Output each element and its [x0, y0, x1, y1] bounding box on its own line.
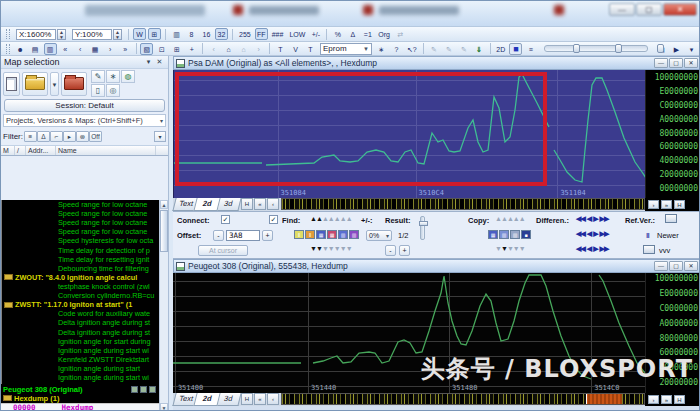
nav-button[interactable]: ‹	[267, 393, 279, 405]
show-text-button[interactable]: T	[274, 43, 287, 55]
map-list-item[interactable]: Speed range for low octane	[2, 200, 160, 209]
first-window-button[interactable]: «	[59, 43, 72, 55]
filter-diff-button[interactable]: Δ	[37, 131, 50, 142]
create-map-3-button[interactable]: ✎	[458, 43, 471, 55]
hexdump-entry-row[interactable]: 00000 Hexdump	[1, 403, 160, 411]
find-down-arrow-button[interactable]: ▼	[346, 245, 352, 252]
zoom-x-spinner[interactable]: ▲▼	[57, 29, 66, 40]
map-list-item[interactable]: Ignition angle during start wi	[2, 373, 160, 382]
note-icon[interactable]: ▯	[91, 84, 105, 97]
view-2d-dropdown[interactable]: 2D ▾	[494, 43, 507, 55]
maximize-button[interactable]: ▢	[636, 3, 662, 16]
help-button[interactable]: ?	[390, 43, 403, 55]
map-list-item[interactable]: Code word for auxiliary wate	[2, 309, 160, 318]
minimize-button[interactable]: —	[609, 3, 635, 16]
map-list-item[interactable]: Delta ignition angle during st	[2, 328, 160, 337]
difference-button[interactable]: Δ	[346, 28, 359, 40]
chart1-overview-strip[interactable]	[281, 198, 645, 210]
last-window-button[interactable]: »	[119, 43, 132, 55]
map-list-item[interactable]: Kennfeld ZWSTT Direktstart	[2, 355, 160, 364]
offset-decrease-button[interactable]: -	[213, 230, 224, 241]
hex-view-button[interactable]: FF	[255, 28, 268, 40]
ref-version-icon[interactable]	[665, 214, 677, 223]
nav-button[interactable]: H	[674, 200, 685, 209]
text-display-button[interactable]: ###	[270, 28, 286, 40]
globe-icon[interactable]: ◍	[121, 70, 135, 83]
previous-difference-button[interactable]: ‹	[207, 43, 220, 55]
text-mode-dropdown[interactable]: T ▾	[304, 43, 317, 55]
pane-menu-button[interactable]: ▾	[143, 57, 154, 67]
diff-nav-button[interactable]: ◀	[587, 215, 591, 223]
line-options-dropdown[interactable]: ≡ ▾	[524, 43, 537, 55]
scroll-right-button[interactable]: ▶	[670, 43, 683, 55]
map-list-scrollbar[interactable]: ▲ ▼	[159, 200, 168, 411]
preview-window-button[interactable]: ▧	[140, 43, 153, 55]
map-list-item[interactable]: Speed range for low octane	[2, 227, 160, 236]
copy-up-arrow-button[interactable]: ▲	[519, 215, 525, 222]
width-16bit-button[interactable]: 16	[200, 28, 213, 40]
zoom-y-field[interactable]: Y:100%	[72, 29, 112, 40]
pause-icon[interactable]: ‖	[646, 231, 650, 240]
grid-window-button[interactable]: ⊞	[170, 43, 183, 55]
find-mode-button[interactable]: ‖	[294, 230, 304, 239]
zoom-y-spinner[interactable]: ▲▼	[113, 29, 122, 40]
diff-nav-button[interactable]: ▶▶	[600, 245, 609, 253]
map-list-item[interactable]: Time delay for resetting ignit	[2, 255, 160, 264]
diff-nav-button[interactable]: ▶	[593, 230, 597, 238]
column-header-cell[interactable]: /	[15, 146, 26, 155]
edit-icon[interactable]: ✎	[91, 70, 105, 83]
low-high-byte-button[interactable]: LOW	[287, 28, 307, 40]
zoom-selection-button[interactable]: ⊡	[155, 43, 168, 55]
import-maps-button[interactable]: ⇓	[473, 43, 486, 55]
percent-dropdown[interactable]: 0% ▾	[366, 230, 392, 241]
nav-button[interactable]: ›	[648, 395, 659, 404]
maximize-button[interactable]: ▢	[669, 58, 683, 68]
map-list-item[interactable]: Ignition angle for start during	[2, 337, 160, 346]
copy-mode-button[interactable]: ▦	[488, 230, 498, 239]
next-window-button[interactable]: ›	[104, 43, 117, 55]
more-options-dropdown[interactable]: ▾	[685, 43, 698, 55]
slider-handle[interactable]	[573, 44, 580, 53]
offset-increase-button[interactable]: +	[262, 230, 273, 241]
map-list-item[interactable]: ZWSTT: "1.17.0 Igniton at start" (1	[2, 300, 160, 309]
find-mode-button[interactable]: ▥	[349, 230, 359, 239]
map-list-item[interactable]: ZWOUT: "8.4.0 Ignition angle calcul	[2, 273, 160, 282]
selection-rectangle[interactable]	[175, 72, 547, 186]
slider-handle[interactable]	[657, 44, 664, 53]
session-button[interactable]: Session: Default	[4, 99, 165, 112]
chart1-plot[interactable]: 351084 3510C4 351104	[173, 70, 645, 198]
maps-overview-button[interactable]: ▦	[89, 43, 102, 55]
find-up-arrow-button[interactable]: ▲	[346, 215, 352, 222]
diff-nav-button[interactable]: ◀◀	[576, 215, 585, 223]
hexdump-folder-row[interactable]: Hexdump (1)	[1, 394, 160, 403]
diff-nav-button[interactable]: ◀	[587, 245, 591, 253]
original-value-button[interactable]: Org	[376, 28, 392, 40]
nav-button[interactable]: ‹	[267, 198, 279, 210]
create-map-button[interactable]: ✎	[428, 43, 441, 55]
at-cursor-button[interactable]: At cursor	[198, 245, 248, 256]
nav-button[interactable]: H	[674, 395, 685, 404]
result-slider[interactable]	[420, 216, 425, 240]
maximize-button[interactable]: ▢	[669, 261, 683, 271]
next-difference-button[interactable]: ›	[252, 43, 265, 55]
map-list-item[interactable]: Speed range for low octane	[2, 209, 160, 218]
find-mode-button[interactable]: ▥	[338, 230, 348, 239]
open-project-dropdown[interactable]: ▼	[50, 72, 59, 96]
scroll-down-icon[interactable]: ▼	[160, 403, 168, 411]
find-mode-button[interactable]: ▦	[316, 230, 326, 239]
version-icon[interactable]	[643, 245, 655, 254]
import-file-button[interactable]	[61, 72, 87, 96]
close-button[interactable]: ✕	[663, 3, 697, 16]
nav-button[interactable]: «	[254, 393, 266, 405]
diff-nav-button[interactable]: ◀◀	[576, 230, 585, 238]
projects-versions-maps-select[interactable]: Projects, Versions & Maps: (Ctrl+Shift+F…	[3, 114, 166, 127]
view-slider[interactable]	[544, 45, 648, 52]
nav-button[interactable]: H	[241, 198, 253, 210]
map-close-icon[interactable]	[149, 386, 156, 393]
filter-list-button[interactable]: ≡	[24, 131, 37, 142]
hex-width-button[interactable]: W	[133, 28, 146, 40]
copy-mode-button[interactable]: ■	[521, 230, 531, 239]
nav-button[interactable]: »	[661, 395, 672, 404]
map-list-item[interactable]: Conversion cylinderno.RB=cu	[2, 291, 160, 300]
close-button[interactable]: ✕	[684, 58, 698, 68]
